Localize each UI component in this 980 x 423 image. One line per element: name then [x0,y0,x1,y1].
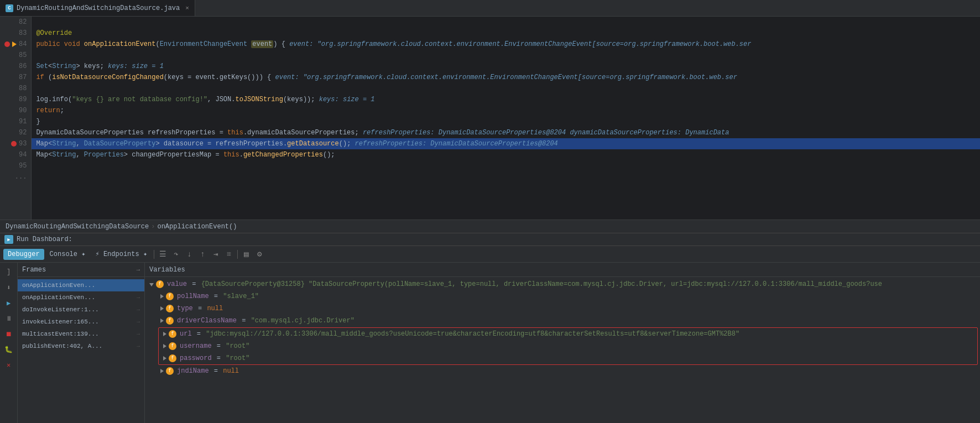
side-play-btn[interactable]: ▶ [2,296,16,310]
frame-goto-icon[interactable]: → [137,295,140,301]
settings-btn[interactable]: ⚙ [253,248,265,260]
variable-item[interactable]: f driverClassName = "com.mysql.cj.jdbc.D… [156,315,980,327]
frames-list[interactable]: onApplicationEven...onApplicationEven...… [18,277,144,423]
var-text: username = "root" [180,341,973,352]
step-into-btn[interactable]: ↓ [183,248,195,260]
code-editor: 8283848586878889909192939495... @Overrid… [0,17,980,233]
side-stop-btn[interactable]: ⏹ [2,327,16,341]
expand-triangle-icon[interactable] [160,294,164,299]
expand-triangle-icon[interactable] [160,318,164,323]
var-icon: f [169,342,176,350]
frame-label: multicastEvent:139... [22,331,99,337]
expand-triangle-icon[interactable] [160,306,164,311]
expand-triangle-icon[interactable] [160,369,164,373]
line-num-92: 92 [4,127,27,138]
side-down-btn[interactable]: ⬇ [2,280,16,295]
tab-close-button[interactable]: × [185,5,189,12]
run-dashboard-icon: ▶ [4,235,13,244]
line-num-89: 89 [4,94,27,105]
variable-item-username[interactable]: f username = "root" [159,340,977,352]
variable-item[interactable]: f type = null [156,302,980,315]
variable-item-url[interactable]: f url = "jdbc:mysql://127.0.0.1:3306/mal… [159,328,977,340]
show-execution-point-btn[interactable]: ☰ [157,248,169,260]
expand-triangle-icon[interactable] [149,283,154,286]
restore-layout-btn[interactable]: ▤ [240,248,252,260]
variable-item-password[interactable]: f password = "root" [159,352,977,364]
code-line [32,83,980,94]
frame-goto-icon[interactable]: → [137,319,140,325]
frames-panel-menu-btn[interactable]: → [136,267,140,273]
line-num-86: 86 [4,61,27,72]
code-lines[interactable]: @Override public void onApplicationEvent… [32,17,980,220]
side-expand-btn[interactable]: ] [2,265,16,279]
step-out-btn[interactable]: ↑ [196,248,208,260]
expand-triangle-icon[interactable] [163,332,166,336]
run-to-cursor-btn[interactable]: ⇥ [210,248,222,260]
frame-goto-icon[interactable]: → [137,307,140,313]
frames-title: Frames [22,266,46,274]
var-text: driverClassName = "com.mysql.cj.jdbc.Dri… [177,315,976,326]
code-line: return; [32,105,980,116]
step-over-btn[interactable]: ↷ [170,248,182,260]
frame-label: publishEvent:402, A... [22,343,102,349]
code-line [32,160,980,171]
variable-item[interactable]: f value = {DataSourceProperty@31258} "Da… [145,278,980,290]
debugger-tab[interactable]: Debugger [3,249,44,260]
variables-panel-header: Variables [145,263,980,277]
side-debug-btn[interactable]: 🐛 [2,342,16,357]
code-line: Set<String> keys; keys: size = 1 [32,61,980,72]
variables-tree[interactable]: f value = {DataSourceProperty@31258} "Da… [145,277,980,423]
breadcrumb-class: DynamicRoutingAndSwitchingDataSource [6,223,149,231]
run-dashboard-label: Run Dashboard: [17,236,72,243]
code-area: 8283848586878889909192939495... @Overrid… [0,17,980,220]
line-num-88: 88 [4,83,27,94]
variable-item[interactable]: f pollName = "slave_1" [156,290,980,302]
toolbar-separator-2 [237,250,238,259]
highlighted-variable-group: f url = "jdbc:mysql://127.0.0.1:3306/mal… [158,327,978,365]
line-num-...: ... [4,171,27,182]
variables-panel: Variables f value = {DataSourceProperty@… [145,263,980,423]
expand-triangle-icon[interactable] [163,344,166,348]
frame-label: onApplicationEven... [22,282,95,289]
side-pause-btn[interactable]: ⏸ [2,311,16,326]
var-text: password = "root" [180,353,973,364]
var-icon: f [166,305,174,312]
frame-goto-icon[interactable]: → [137,331,140,337]
var-text: url = "jdbc:mysql://127.0.0.1:3306/mall_… [180,328,973,340]
code-line [32,171,980,182]
console-tab[interactable]: Console ✦ [45,248,90,260]
endpoints-tab[interactable]: ⚡ Endpoints ✦ [91,248,152,260]
expand-triangle-icon[interactable] [163,356,166,361]
toolbar-separator-1 [154,250,154,259]
frame-item[interactable]: onApplicationEven... [18,279,144,291]
side-terminate-btn[interactable]: ✕ [2,358,16,372]
frame-item[interactable]: publishEvent:402, A...→ [18,340,144,352]
evaluate-expr-btn[interactable]: ⌗ [223,248,235,260]
code-line: Map<String, DataSourceProperty> datasour… [32,138,980,149]
file-tab[interactable]: C DynamicRoutingAndSwitchingDataSource.j… [0,0,195,16]
breakpoint-indicator [4,41,10,47]
variables-title: Variables [149,266,185,274]
variable-item[interactable]: f jndiName = null [156,365,980,377]
var-icon: f [166,367,174,375]
frame-goto-icon[interactable]: → [137,343,140,349]
frame-label: invokeListener:165... [22,318,99,325]
frame-item[interactable]: multicastEvent:139...→ [18,328,144,340]
code-line: DynamicDataSourceProperties refreshPrope… [32,127,980,138]
line-num-94: 94 [4,149,27,160]
code-line: if (isNotDatasourceConfigChanged(keys = … [32,72,980,83]
breakpoint-indicator [11,141,17,147]
var-icon: f [166,317,174,325]
frame-item[interactable]: invokeListener:165...→ [18,316,144,328]
frame-item[interactable]: onApplicationEven...→ [18,291,144,304]
frame-item[interactable]: doInvokeListener:1...→ [18,304,144,316]
line-num-91: 91 [4,116,27,127]
line-numbers: 8283848586878889909192939495... [0,17,32,220]
code-line: Map<String, Properties> changedPropertie… [32,149,980,160]
java-file-icon: C [6,4,13,12]
var-text: pollName = "slave_1" [177,291,976,302]
side-toolbar: ] ⬇ ▶ ⏸ ⏹ 🐛 ✕ [0,263,18,423]
var-icon: f [169,354,176,362]
line-num-82: 82 [4,17,27,28]
code-line [32,17,980,28]
